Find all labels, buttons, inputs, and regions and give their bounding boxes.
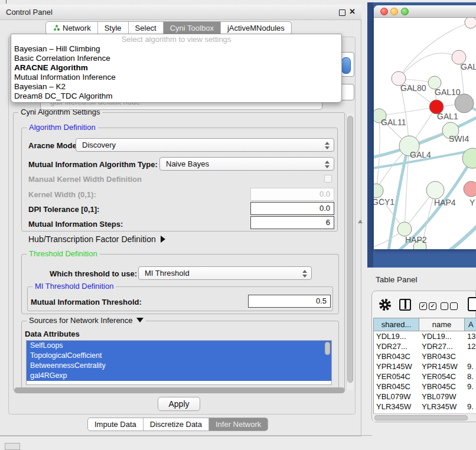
mi-steps-field[interactable]: 6 bbox=[250, 216, 334, 229]
attributes-scrollbar-thumb[interactable] bbox=[325, 342, 330, 355]
algorithm-option[interactable]: Dream8 DC_TDC Algorithm bbox=[11, 92, 341, 101]
combo-stepper-icon bbox=[302, 270, 307, 278]
panel-grip[interactable] bbox=[5, 443, 20, 450]
algorithm-option[interactable]: ARACNE Algorithm bbox=[11, 63, 341, 73]
deselect-all-checks-icon[interactable] bbox=[441, 302, 458, 310]
settings-horizontal-scrollbar[interactable] bbox=[14, 387, 345, 393]
algorithm-option[interactable]: Mutual Information Inference bbox=[11, 73, 341, 82]
cell-name: YPR145W bbox=[419, 361, 465, 371]
algorithm-dropdown-popup: Select algorithm to view settings Bayesi… bbox=[11, 34, 342, 103]
table-row[interactable]: YER054C YER054C 8. bbox=[374, 371, 476, 381]
tab-style[interactable]: Style bbox=[98, 22, 129, 34]
attribute-item[interactable]: TopologicalCoefficient bbox=[27, 351, 331, 361]
mi-threshold-field[interactable]: 0.5 bbox=[248, 295, 331, 308]
split-columns-icon[interactable] bbox=[399, 299, 411, 311]
node-salmon[interactable] bbox=[464, 181, 476, 197]
gear-icon[interactable] bbox=[379, 298, 392, 314]
node-hap2[interactable] bbox=[397, 222, 412, 236]
algorithm-option[interactable]: Bayesian – K2 bbox=[11, 82, 341, 92]
network-titlebar[interactable] bbox=[374, 5, 476, 18]
tab-network-label: Network bbox=[63, 22, 91, 34]
collapsed-arrow-icon[interactable] bbox=[161, 236, 165, 243]
node[interactable] bbox=[465, 18, 476, 28]
combo-stepper-focused[interactable] bbox=[341, 57, 351, 74]
table-row[interactable]: YBR045C YBR045C 9. bbox=[374, 381, 476, 392]
attribute-item[interactable]: BetweennessCentrality bbox=[27, 361, 331, 371]
control-panel-titlebar[interactable] bbox=[0, 5, 361, 20]
network-canvas[interactable]: GAL GAL80 GAL10 GAL1 SWI4 GAL11 GAL4 GCY… bbox=[374, 18, 476, 249]
hub-section-header[interactable]: Hub/Transcription Factor Definition bbox=[28, 234, 165, 244]
table-horizontal-scrollbar[interactable] bbox=[373, 413, 476, 422]
expanded-arrow-icon[interactable] bbox=[136, 318, 144, 322]
close-traffic-light-icon[interactable] bbox=[380, 8, 388, 15]
dpi-tolerance-label: DPI Tolerance [0,1]: bbox=[28, 205, 99, 214]
checked-box-icon: ✓ bbox=[429, 302, 436, 310]
data-attributes-list[interactable]: SelfLoopsTopologicalCoefficientBetweenne… bbox=[26, 340, 332, 385]
kernel-width-field[interactable]: 0.0 bbox=[250, 188, 334, 201]
which-threshold-value: MI Threshold bbox=[145, 269, 190, 278]
close-icon[interactable]: ✕ bbox=[349, 7, 356, 16]
table-row[interactable]: YPR145W YPR145W 9. bbox=[374, 361, 476, 371]
table-row[interactable]: YDR27... YDR27... 12 bbox=[374, 341, 476, 351]
tab-network[interactable]: Network bbox=[46, 22, 98, 34]
checked-box-icon: ✓ bbox=[419, 302, 427, 310]
divider bbox=[6, 0, 6, 4]
unchecked-box-icon bbox=[450, 302, 458, 310]
table-row[interactable]: YDL19... YDL19... 13 bbox=[374, 331, 476, 341]
document-icon[interactable] bbox=[468, 297, 476, 311]
attribute-item[interactable]: gal4RGexp bbox=[27, 371, 331, 381]
aracne-mode-combo[interactable]: Discovery bbox=[76, 138, 334, 152]
cell-shared-name: YBR045C bbox=[374, 381, 419, 392]
mi-type-label: Mutual Information Algorithm Type: bbox=[28, 160, 158, 169]
dpi-tolerance-field[interactable]: 0.0 bbox=[250, 202, 334, 215]
which-threshold-combo[interactable]: MI Threshold bbox=[138, 266, 312, 280]
algorithm-option[interactable]: Bayesian – Hill Climbing bbox=[11, 44, 341, 54]
node-gcy1[interactable] bbox=[374, 184, 383, 198]
sources-title-text: Sources for Network Inference bbox=[29, 316, 133, 325]
tab-impute-data[interactable]: Impute Data bbox=[88, 418, 144, 431]
table-row[interactable]: YLR345W YLR345W 9. bbox=[374, 402, 476, 412]
splitter-collapse-icon[interactable] bbox=[358, 220, 363, 223]
tab-infer-label: Infer Network bbox=[216, 418, 261, 431]
attribute-item[interactable]: SelfLoops bbox=[27, 341, 331, 351]
network-window[interactable]: GAL GAL80 GAL10 GAL1 SWI4 GAL11 GAL4 GCY… bbox=[374, 5, 476, 249]
apply-button[interactable]: Apply bbox=[158, 397, 200, 411]
column-header-third[interactable]: A bbox=[465, 318, 476, 331]
minimize-traffic-light-icon[interactable] bbox=[390, 8, 398, 15]
cell-shared-name: YBR043C bbox=[374, 351, 419, 361]
sources-group-title[interactable]: Sources for Network Inference bbox=[27, 316, 146, 325]
tab-impute-label: Impute Data bbox=[94, 418, 136, 431]
data-attributes-label: Data Attributes bbox=[25, 330, 80, 338]
tab-cyni-toolbox-label: Cyni Toolbox bbox=[170, 22, 214, 34]
panel-title: Control Panel bbox=[6, 8, 53, 17]
node-label: GAL80 bbox=[400, 83, 426, 93]
column-header-name[interactable]: name bbox=[419, 318, 465, 331]
tab-jactivemnodules[interactable]: jActiveMNodules bbox=[221, 22, 291, 34]
network-nodes bbox=[374, 18, 476, 249]
threshold-definition-title: Threshold Definition bbox=[27, 249, 100, 258]
table-header-row: shared... name A bbox=[374, 318, 476, 331]
node-label: GAL10 bbox=[435, 87, 461, 97]
tab-discretize-data[interactable]: Discretize Data bbox=[144, 418, 209, 431]
cell-shared-name: YDL19... bbox=[374, 331, 419, 341]
tab-infer-network[interactable]: Infer Network bbox=[209, 418, 268, 431]
node-label: SWI4 bbox=[449, 134, 469, 144]
table-row[interactable]: YBR043C YBR043C bbox=[374, 351, 476, 361]
table-scrollbar-thumb[interactable] bbox=[374, 415, 468, 420]
table-row[interactable]: YBL079W YBL079W bbox=[374, 392, 476, 402]
float-window-icon[interactable] bbox=[339, 9, 345, 16]
settings-scrollbar[interactable] bbox=[346, 113, 354, 390]
mi-type-combo[interactable]: Naive Bayes bbox=[159, 157, 334, 171]
zoom-traffic-light-icon[interactable] bbox=[401, 8, 409, 15]
tab-cyni-toolbox[interactable]: Cyni Toolbox bbox=[164, 22, 221, 34]
mi-type-value: Naive Bayes bbox=[166, 159, 209, 168]
tab-select[interactable]: Select bbox=[129, 22, 164, 34]
node-label: Y bbox=[470, 198, 475, 207]
cell-name: YDR27... bbox=[419, 341, 465, 351]
column-header-shared-name[interactable]: shared... bbox=[374, 318, 419, 331]
node-hap4[interactable] bbox=[426, 181, 444, 199]
settings-scrollbar-thumb[interactable] bbox=[347, 116, 353, 383]
select-all-checks-icon[interactable]: ✓ ✓ bbox=[419, 302, 436, 310]
manual-kernel-checkbox[interactable] bbox=[324, 175, 332, 182]
algorithm-option[interactable]: Basic Correlation Inference bbox=[11, 54, 341, 63]
